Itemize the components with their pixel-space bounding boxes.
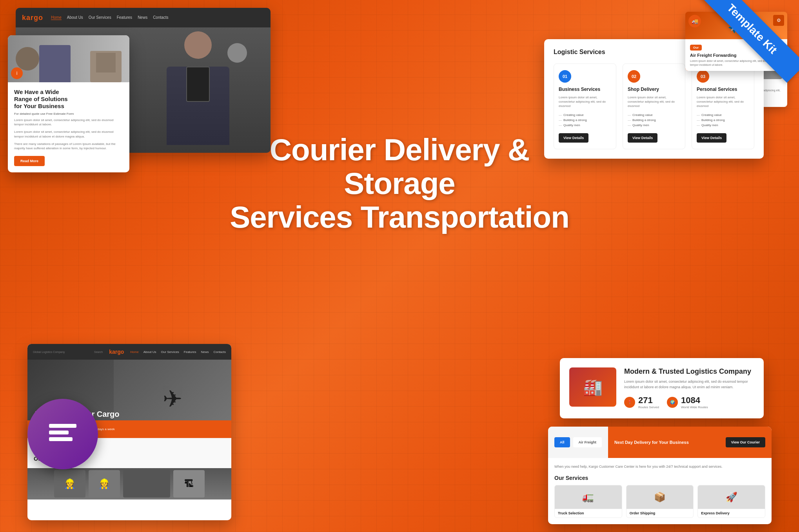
kargo-logo: kargo: [22, 14, 43, 22]
service-features-1: Creating value Building a strong Quality…: [559, 112, 611, 128]
solutions-desc: Lorem ipsum dolor sit amet, consectetur …: [14, 118, 123, 127]
stat-routes: 📍 271 Routes Served: [624, 395, 659, 409]
box-inner: [96, 53, 116, 72]
view-details-button-1[interactable]: View Details: [559, 133, 588, 143]
website-nav-contacts[interactable]: Contacts: [213, 350, 226, 354]
stat-label-worldwide: World Wide Routes: [681, 405, 708, 409]
nav-news[interactable]: News: [138, 15, 147, 20]
nav-contacts[interactable]: Contacts: [153, 15, 168, 20]
nav-home[interactable]: Home: [51, 15, 62, 20]
feature-item: Building a strong: [628, 118, 680, 123]
service-express: 🚀 Express Delivery: [697, 485, 765, 518]
service-number-2: 02: [628, 70, 640, 83]
trusted-title: Modern & Trusted Logistics Company: [624, 367, 754, 376]
main-headline: Courier Delivery & Storage Services Tran…: [223, 133, 576, 234]
express-service-img: 🚀: [698, 485, 765, 509]
elementor-badge[interactable]: [27, 399, 98, 469]
feature-item: Creating value: [628, 112, 680, 118]
cargo-plane-icon: ✈: [163, 385, 182, 413]
feature-item: Building a strong: [697, 118, 749, 123]
warehouse-img-icon: 🏭: [583, 378, 603, 396]
phone-device: [186, 67, 210, 102]
service-features-2: Creating value Building a strong Quality…: [628, 112, 680, 128]
globe-icon: 🌍: [670, 400, 675, 404]
person-area: [149, 27, 247, 153]
stat-routes-info: 271 Routes Served: [638, 395, 659, 409]
worker-head: [16, 47, 39, 71]
stat-routes-icon: 📍: [624, 397, 635, 408]
solutions-content: We Have a Wide Range of Solutions for Yo…: [8, 82, 129, 172]
delivery-content: When you need help, Kargo Customer Care …: [548, 458, 772, 525]
person-head: [184, 31, 212, 59]
solutions-desc2: Lorem ipsum dolor sit amet, consectetur …: [14, 130, 123, 138]
service-shipping: 📦 Order Shipping: [626, 485, 694, 518]
delivery-support-text: When you need help, Kargo Customer Care …: [554, 464, 765, 470]
modern-trusted-card: 🏭 Modern & Trusted Logistics Company Lor…: [560, 358, 764, 418]
delivery-cta-section: Next Day Delivery for Your Business View…: [608, 427, 772, 458]
nav-features[interactable]: Features: [117, 15, 132, 20]
trusted-image: 🏭: [569, 367, 616, 407]
svg-rect-0: [49, 424, 76, 428]
service-card-2: 02 Shop Delivery Lorem ipsum dolor sit a…: [623, 63, 685, 149]
service-features-3: Creating value Building a strong Quality…: [697, 112, 749, 128]
worker-image: i: [8, 35, 129, 82]
delivery-tabs: All Air Freight: [548, 427, 608, 458]
worker-body: [39, 45, 71, 82]
template-kit-label: Template Kit: [698, 0, 799, 83]
support-header: kargo Home About Us Our Services Feature…: [16, 8, 271, 27]
website-nav-about[interactable]: About Us: [143, 350, 156, 354]
delivery-services-grid: 🚛 Truck Selection 📦 Order Shipping 🚀 Exp…: [554, 485, 765, 518]
website-kargo-logo: kargo: [109, 349, 124, 355]
service-number-1: 01: [559, 70, 571, 83]
info-icon: i: [16, 71, 18, 76]
crane-icon: 🏗: [173, 470, 205, 498]
shipping-service-img: 📦: [626, 485, 694, 509]
service-name-1: Business Services: [559, 87, 611, 92]
stat-number-271: 271: [638, 395, 659, 405]
elementor-icon: [45, 414, 80, 454]
tab-all[interactable]: All: [554, 437, 570, 447]
stat-worldwide-info: 1084 World Wide Routes: [681, 395, 708, 409]
worker-2: 👷: [89, 470, 120, 498]
trusted-content: Modern & Trusted Logistics Company Lorem…: [624, 367, 754, 409]
website-header: Global Logistics Company Search kargo Ho…: [27, 344, 231, 360]
solutions-desc3: There are many variations of passages of…: [14, 142, 123, 150]
service-name-2: Shop Delivery: [628, 87, 680, 92]
stat-number-1084: 1084: [681, 395, 708, 405]
website-nav-services[interactable]: Our Services: [161, 350, 179, 354]
nav-services[interactable]: Our Services: [89, 15, 111, 20]
template-kit-badge: Template Kit: [689, 0, 799, 110]
website-nav-home[interactable]: Home: [130, 350, 138, 354]
orange-icon-badge: i: [11, 67, 23, 79]
truck-service-img: 🚛: [555, 485, 622, 509]
website-nav-features[interactable]: Features: [184, 350, 196, 354]
svg-rect-1: [49, 431, 69, 434]
website-nav: Home About Us Our Services Features News…: [130, 350, 226, 354]
service-truck: 🚛 Truck Selection: [554, 485, 622, 518]
worker-spacer: [123, 470, 170, 498]
express-service-name: Express Delivery: [698, 509, 765, 518]
website-nav-news[interactable]: News: [201, 350, 209, 354]
solutions-image: i: [8, 35, 129, 82]
feature-item: Quality men: [628, 123, 680, 128]
shipping-service-name: Order Shipping: [626, 509, 694, 518]
feature-item: Creating value: [697, 112, 749, 118]
tab-air-freight[interactable]: Air Freight: [573, 437, 602, 447]
feature-item: Quality men: [697, 123, 749, 128]
solutions-read-more-button[interactable]: Read More: [14, 156, 45, 166]
truck-service-icon: 🚛: [582, 492, 594, 503]
solutions-label: For detailed quote use Free Estimate For…: [14, 112, 123, 116]
feature-item: Creating value: [559, 112, 611, 118]
box-element: [90, 51, 122, 82]
view-details-button-3[interactable]: View Details: [697, 133, 726, 143]
delivery-cta-text: Next Day Delivery for Your Business: [614, 440, 689, 445]
stat-worldwide: 🌍 1084 World Wide Routes: [667, 395, 708, 409]
nav-about[interactable]: About Us: [67, 15, 83, 20]
view-details-button-2[interactable]: View Details: [628, 133, 657, 143]
service-desc-1: Lorem ipsum dolor sit amet, consectetur …: [559, 95, 611, 109]
trusted-stats: 📍 271 Routes Served 🌍 1084 World Wide Ro…: [624, 395, 754, 409]
view-courier-button[interactable]: View Our Courier: [726, 437, 765, 447]
person-body: [167, 67, 229, 145]
location-icon: 📍: [627, 400, 632, 404]
truck-service-name: Truck Selection: [555, 509, 622, 518]
